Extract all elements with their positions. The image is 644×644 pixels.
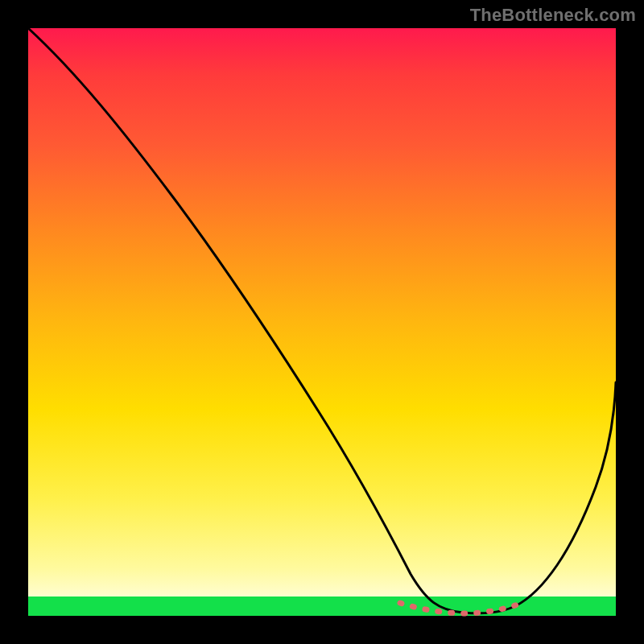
watermark-text: TheBottleneck.com <box>470 5 636 26</box>
curve-layer <box>28 28 616 616</box>
bottleneck-curve <box>28 28 616 613</box>
plot-area <box>28 28 616 616</box>
chart-stage: TheBottleneck.com <box>0 0 644 644</box>
